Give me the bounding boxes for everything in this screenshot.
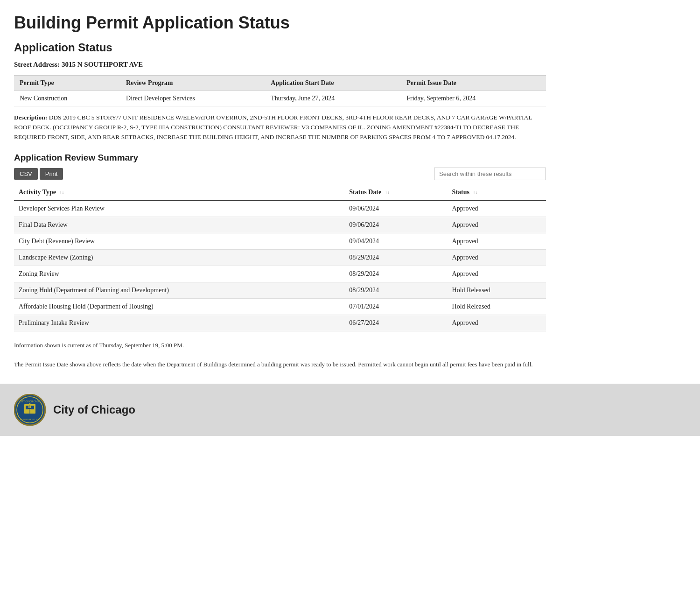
table-row: Preliminary Intake Review 06/27/2024 App… <box>14 315 546 331</box>
city-seal-icon: CITY OF CHICAGO INCORPORATED 1837 <box>14 394 46 426</box>
activity-type-cell: Zoning Review <box>14 266 344 282</box>
city-name: City of Chicago <box>53 403 135 416</box>
table-row: Zoning Hold (Department of Planning and … <box>14 282 546 298</box>
activity-type-cell: Preliminary Intake Review <box>14 315 344 331</box>
table-row: City Debt (Revenue) Review 09/04/2024 Ap… <box>14 233 546 249</box>
status-cell: Approved <box>448 200 546 217</box>
print-button[interactable]: Print <box>40 168 63 180</box>
description-text: DDS 2019 CBC 5 STORY/7 UNIT RESIDENCE W/… <box>14 114 532 140</box>
csv-button[interactable]: CSV <box>14 168 38 180</box>
street-address: Street Address: 3015 N SOUTHPORT AVE <box>14 61 546 69</box>
table-row: Final Data Review 09/06/2024 Approved <box>14 217 546 233</box>
sort-icon-activity[interactable]: ↑↓ <box>59 190 64 195</box>
activity-type-cell: Landscape Review (Zoning) <box>14 249 344 266</box>
sort-icon-status[interactable]: ↑↓ <box>473 190 477 195</box>
status-cell: Hold Released <box>448 298 546 315</box>
review-summary-table: Activity Type ↑↓ Status Date ↑↓ Status ↑… <box>14 185 546 331</box>
col-status-date: Status Date ↑↓ <box>344 185 447 200</box>
col-permit-issue-date: Permit Issue Date <box>401 76 546 91</box>
activity-type-cell: Affordable Housing Hold (Department of H… <box>14 298 344 315</box>
description-block: Description: DDS 2019 CBC 5 STORY/7 UNIT… <box>14 113 546 142</box>
table-row: Landscape Review (Zoning) 08/29/2024 App… <box>14 249 546 266</box>
col-permit-type: Permit Type <box>14 76 120 91</box>
toolbar: CSV Print <box>14 168 546 180</box>
status-date-cell: 08/29/2024 <box>344 266 447 282</box>
footer-note-2: The Permit Issue Date shown above reflec… <box>14 360 546 370</box>
col-activity-type: Activity Type ↑↓ <box>14 185 344 200</box>
status-cell: Approved <box>448 315 546 331</box>
toolbar-left: CSV Print <box>14 168 63 180</box>
status-date-cell: 09/04/2024 <box>344 233 447 249</box>
status-date-cell: 09/06/2024 <box>344 200 447 217</box>
permit-info-row: New Construction Direct Developer Servic… <box>14 91 546 106</box>
table-row: Affordable Housing Hold (Department of H… <box>14 298 546 315</box>
footer-note-1: Information shown is current as of Thurs… <box>14 341 546 351</box>
application-status-heading: Application Status <box>14 41 546 54</box>
page-title: Building Permit Application Status <box>14 13 546 33</box>
street-address-label: Street Address: <box>14 61 60 68</box>
svg-text:CITY OF CHICAGO: CITY OF CHICAGO <box>20 400 40 403</box>
col-status: Status ↑↓ <box>448 185 546 200</box>
main-content: Building Permit Application Status Appli… <box>0 0 560 370</box>
status-date-cell: 07/01/2024 <box>344 298 447 315</box>
permit-issue-date-value: Friday, September 6, 2024 <box>401 91 546 106</box>
status-date-cell: 06/27/2024 <box>344 315 447 331</box>
review-summary-heading: Application Review Summary <box>14 153 546 163</box>
status-date-cell: 08/29/2024 <box>344 249 447 266</box>
street-address-value: 3015 N SOUTHPORT AVE <box>62 61 143 68</box>
svg-text:INCORPORATED 1837: INCORPORATED 1837 <box>20 418 40 421</box>
search-input[interactable] <box>434 168 546 180</box>
status-cell: Hold Released <box>448 282 546 298</box>
city-footer: CITY OF CHICAGO INCORPORATED 1837 City o… <box>0 384 700 436</box>
status-date-cell: 09/06/2024 <box>344 217 447 233</box>
app-start-date-value: Thursday, June 27, 2024 <box>265 91 401 106</box>
status-date-cell: 08/29/2024 <box>344 282 447 298</box>
description-label: Description: <box>14 114 47 121</box>
status-cell: Approved <box>448 233 546 249</box>
footer-notes: Information shown is current as of Thurs… <box>14 341 546 370</box>
status-cell: Approved <box>448 217 546 233</box>
permit-type-value: New Construction <box>14 91 120 106</box>
permit-info-table: Permit Type Review Program Application S… <box>14 75 546 106</box>
activity-type-cell: City Debt (Revenue) Review <box>14 233 344 249</box>
table-row: Developer Services Plan Review 09/06/202… <box>14 200 546 217</box>
review-program-value: Direct Developer Services <box>120 91 265 106</box>
table-row: Zoning Review 08/29/2024 Approved <box>14 266 546 282</box>
activity-type-cell: Zoning Hold (Department of Planning and … <box>14 282 344 298</box>
status-cell: Approved <box>448 266 546 282</box>
status-cell: Approved <box>448 249 546 266</box>
activity-type-cell: Final Data Review <box>14 217 344 233</box>
col-review-program: Review Program <box>120 76 265 91</box>
activity-type-cell: Developer Services Plan Review <box>14 200 344 217</box>
sort-icon-status-date[interactable]: ↑↓ <box>385 190 390 195</box>
col-app-start-date: Application Start Date <box>265 76 401 91</box>
